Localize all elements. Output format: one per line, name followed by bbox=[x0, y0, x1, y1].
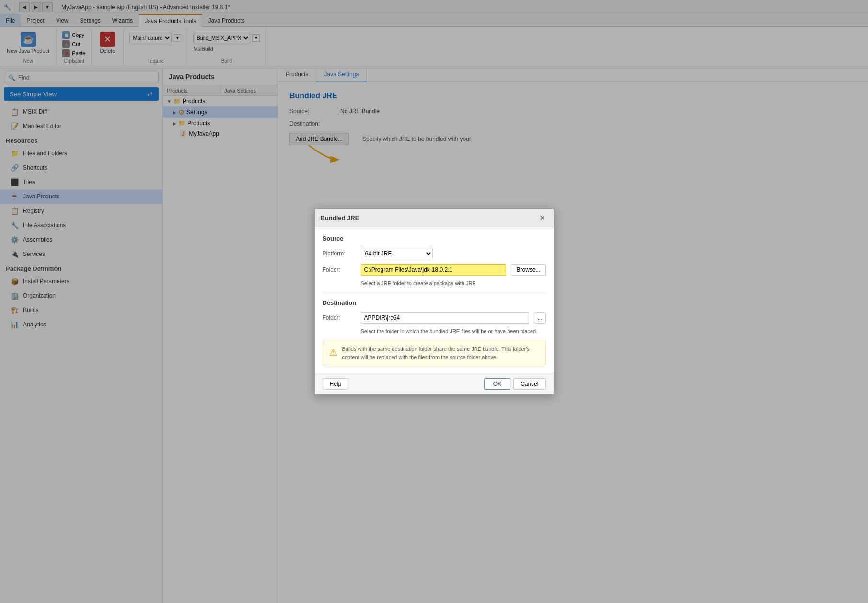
modal-warning-box: ⚠ Builds with the same destination folde… bbox=[323, 341, 546, 365]
modal-warning-text: Builds with the same destination folder … bbox=[342, 345, 540, 361]
modal-dest-ellipsis-button[interactable]: ... bbox=[534, 312, 545, 324]
modal-ok-button[interactable]: OK bbox=[484, 378, 510, 390]
modal-folder-label: Folder: bbox=[323, 267, 356, 273]
modal-platform-label: Platform: bbox=[323, 250, 356, 257]
modal-close-button[interactable]: ✕ bbox=[537, 212, 548, 223]
warning-icon: ⚠ bbox=[329, 345, 337, 359]
modal-dest-hint: Select the folder in which the bundled J… bbox=[323, 328, 546, 334]
modal-header: Bundled JRE ✕ bbox=[315, 209, 554, 227]
modal-destination-section-label: Destination bbox=[323, 299, 546, 306]
modal-footer-right: OK Cancel bbox=[484, 378, 546, 390]
modal-overlay: Bundled JRE ✕ Source Platform: 64-bit JR… bbox=[0, 0, 868, 603]
modal-browse-button[interactable]: Browse... bbox=[511, 264, 545, 276]
modal-folder-hint: Select a JRE folder to create a package … bbox=[323, 280, 546, 286]
modal-dest-folder-row: Folder: ... bbox=[323, 312, 546, 324]
modal-dest-folder-input[interactable] bbox=[361, 312, 530, 324]
modal-divider bbox=[323, 293, 546, 293]
modal-cancel-button[interactable]: Cancel bbox=[513, 378, 545, 390]
bundled-jre-modal: Bundled JRE ✕ Source Platform: 64-bit JR… bbox=[314, 208, 554, 395]
modal-folder-input[interactable] bbox=[361, 264, 507, 276]
modal-platform-dropdown[interactable]: 64-bit JRE 32-bit JRE bbox=[361, 248, 433, 259]
modal-platform-row: Platform: 64-bit JRE 32-bit JRE bbox=[323, 248, 546, 259]
modal-folder-row: Folder: Browse... bbox=[323, 264, 546, 276]
modal-footer: Help OK Cancel bbox=[315, 373, 554, 394]
modal-body: Source Platform: 64-bit JRE 32-bit JRE F… bbox=[315, 227, 554, 373]
modal-title: Bundled JRE bbox=[321, 214, 359, 221]
modal-dest-folder-label: Folder: bbox=[323, 314, 356, 321]
modal-help-button[interactable]: Help bbox=[323, 378, 349, 390]
modal-source-section-label: Source bbox=[323, 235, 546, 242]
